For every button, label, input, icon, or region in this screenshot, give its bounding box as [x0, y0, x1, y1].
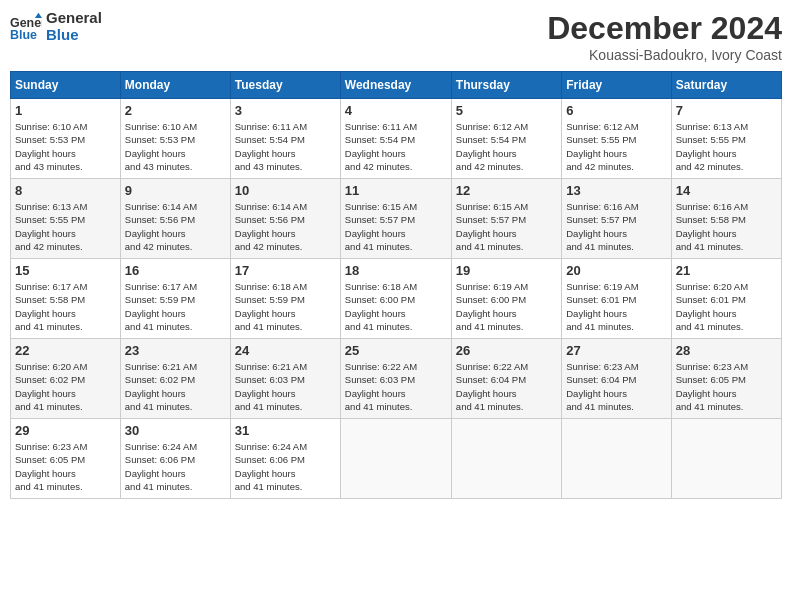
day-number: 28 [676, 343, 777, 358]
day-info: Sunrise: 6:17 AM Sunset: 5:59 PM Dayligh… [125, 280, 226, 333]
calendar-cell: 8 Sunrise: 6:13 AM Sunset: 5:55 PM Dayli… [11, 179, 121, 259]
day-info: Sunrise: 6:20 AM Sunset: 6:01 PM Dayligh… [676, 280, 777, 333]
logo: General Blue General Blue [10, 10, 102, 43]
day-number: 29 [15, 423, 116, 438]
day-info: Sunrise: 6:15 AM Sunset: 5:57 PM Dayligh… [345, 200, 447, 253]
day-number: 16 [125, 263, 226, 278]
calendar-cell: 18 Sunrise: 6:18 AM Sunset: 6:00 PM Dayl… [340, 259, 451, 339]
day-info: Sunrise: 6:20 AM Sunset: 6:02 PM Dayligh… [15, 360, 116, 413]
day-info: Sunrise: 6:11 AM Sunset: 5:54 PM Dayligh… [235, 120, 336, 173]
day-number: 6 [566, 103, 666, 118]
calendar-cell: 6 Sunrise: 6:12 AM Sunset: 5:55 PM Dayli… [562, 99, 671, 179]
column-header-sunday: Sunday [11, 72, 121, 99]
calendar-cell: 19 Sunrise: 6:19 AM Sunset: 6:00 PM Dayl… [451, 259, 561, 339]
day-number: 19 [456, 263, 557, 278]
calendar-cell: 31 Sunrise: 6:24 AM Sunset: 6:06 PM Dayl… [230, 419, 340, 499]
calendar-cell: 13 Sunrise: 6:16 AM Sunset: 5:57 PM Dayl… [562, 179, 671, 259]
day-number: 21 [676, 263, 777, 278]
svg-text:Blue: Blue [10, 28, 37, 42]
day-number: 1 [15, 103, 116, 118]
calendar-cell: 26 Sunrise: 6:22 AM Sunset: 6:04 PM Dayl… [451, 339, 561, 419]
day-info: Sunrise: 6:18 AM Sunset: 6:00 PM Dayligh… [345, 280, 447, 333]
week-row-1: 1 Sunrise: 6:10 AM Sunset: 5:53 PM Dayli… [11, 99, 782, 179]
calendar-cell: 2 Sunrise: 6:10 AM Sunset: 5:53 PM Dayli… [120, 99, 230, 179]
day-info: Sunrise: 6:16 AM Sunset: 5:58 PM Dayligh… [676, 200, 777, 253]
day-info: Sunrise: 6:17 AM Sunset: 5:58 PM Dayligh… [15, 280, 116, 333]
day-info: Sunrise: 6:19 AM Sunset: 6:00 PM Dayligh… [456, 280, 557, 333]
calendar-cell: 22 Sunrise: 6:20 AM Sunset: 6:02 PM Dayl… [11, 339, 121, 419]
day-info: Sunrise: 6:23 AM Sunset: 6:05 PM Dayligh… [676, 360, 777, 413]
day-info: Sunrise: 6:14 AM Sunset: 5:56 PM Dayligh… [235, 200, 336, 253]
column-header-saturday: Saturday [671, 72, 781, 99]
calendar-cell: 5 Sunrise: 6:12 AM Sunset: 5:54 PM Dayli… [451, 99, 561, 179]
day-number: 18 [345, 263, 447, 278]
day-number: 31 [235, 423, 336, 438]
day-number: 2 [125, 103, 226, 118]
calendar-cell: 29 Sunrise: 6:23 AM Sunset: 6:05 PM Dayl… [11, 419, 121, 499]
day-number: 5 [456, 103, 557, 118]
calendar-table: SundayMondayTuesdayWednesdayThursdayFrid… [10, 71, 782, 499]
day-number: 27 [566, 343, 666, 358]
day-number: 24 [235, 343, 336, 358]
day-info: Sunrise: 6:11 AM Sunset: 5:54 PM Dayligh… [345, 120, 447, 173]
day-number: 23 [125, 343, 226, 358]
calendar-cell: 17 Sunrise: 6:18 AM Sunset: 5:59 PM Dayl… [230, 259, 340, 339]
logo-line1: General [46, 10, 102, 27]
day-info: Sunrise: 6:18 AM Sunset: 5:59 PM Dayligh… [235, 280, 336, 333]
day-number: 20 [566, 263, 666, 278]
calendar-cell: 1 Sunrise: 6:10 AM Sunset: 5:53 PM Dayli… [11, 99, 121, 179]
day-number: 8 [15, 183, 116, 198]
day-info: Sunrise: 6:10 AM Sunset: 5:53 PM Dayligh… [125, 120, 226, 173]
calendar-cell [562, 419, 671, 499]
day-info: Sunrise: 6:21 AM Sunset: 6:03 PM Dayligh… [235, 360, 336, 413]
day-info: Sunrise: 6:22 AM Sunset: 6:04 PM Dayligh… [456, 360, 557, 413]
calendar-cell: 3 Sunrise: 6:11 AM Sunset: 5:54 PM Dayli… [230, 99, 340, 179]
day-info: Sunrise: 6:13 AM Sunset: 5:55 PM Dayligh… [676, 120, 777, 173]
day-number: 30 [125, 423, 226, 438]
calendar-cell [671, 419, 781, 499]
calendar-cell: 10 Sunrise: 6:14 AM Sunset: 5:56 PM Dayl… [230, 179, 340, 259]
calendar-cell: 21 Sunrise: 6:20 AM Sunset: 6:01 PM Dayl… [671, 259, 781, 339]
location: Kouassi-Badoukro, Ivory Coast [547, 47, 782, 63]
day-number: 4 [345, 103, 447, 118]
day-info: Sunrise: 6:24 AM Sunset: 6:06 PM Dayligh… [125, 440, 226, 493]
week-row-2: 8 Sunrise: 6:13 AM Sunset: 5:55 PM Dayli… [11, 179, 782, 259]
column-header-tuesday: Tuesday [230, 72, 340, 99]
day-info: Sunrise: 6:15 AM Sunset: 5:57 PM Dayligh… [456, 200, 557, 253]
column-header-thursday: Thursday [451, 72, 561, 99]
day-number: 15 [15, 263, 116, 278]
calendar-cell: 30 Sunrise: 6:24 AM Sunset: 6:06 PM Dayl… [120, 419, 230, 499]
day-number: 13 [566, 183, 666, 198]
day-info: Sunrise: 6:23 AM Sunset: 6:05 PM Dayligh… [15, 440, 116, 493]
calendar-cell: 28 Sunrise: 6:23 AM Sunset: 6:05 PM Dayl… [671, 339, 781, 419]
calendar-cell: 4 Sunrise: 6:11 AM Sunset: 5:54 PM Dayli… [340, 99, 451, 179]
day-info: Sunrise: 6:12 AM Sunset: 5:55 PM Dayligh… [566, 120, 666, 173]
month-title: December 2024 [547, 10, 782, 47]
day-info: Sunrise: 6:22 AM Sunset: 6:03 PM Dayligh… [345, 360, 447, 413]
day-number: 7 [676, 103, 777, 118]
logo-icon: General Blue [10, 11, 42, 43]
calendar-cell: 11 Sunrise: 6:15 AM Sunset: 5:57 PM Dayl… [340, 179, 451, 259]
day-info: Sunrise: 6:10 AM Sunset: 5:53 PM Dayligh… [15, 120, 116, 173]
column-header-monday: Monday [120, 72, 230, 99]
calendar-cell: 9 Sunrise: 6:14 AM Sunset: 5:56 PM Dayli… [120, 179, 230, 259]
day-info: Sunrise: 6:19 AM Sunset: 6:01 PM Dayligh… [566, 280, 666, 333]
day-number: 12 [456, 183, 557, 198]
day-number: 11 [345, 183, 447, 198]
calendar-cell: 14 Sunrise: 6:16 AM Sunset: 5:58 PM Dayl… [671, 179, 781, 259]
column-header-wednesday: Wednesday [340, 72, 451, 99]
calendar-header-row: SundayMondayTuesdayWednesdayThursdayFrid… [11, 72, 782, 99]
week-row-4: 22 Sunrise: 6:20 AM Sunset: 6:02 PM Dayl… [11, 339, 782, 419]
calendar-cell: 27 Sunrise: 6:23 AM Sunset: 6:04 PM Dayl… [562, 339, 671, 419]
day-number: 9 [125, 183, 226, 198]
day-info: Sunrise: 6:14 AM Sunset: 5:56 PM Dayligh… [125, 200, 226, 253]
week-row-3: 15 Sunrise: 6:17 AM Sunset: 5:58 PM Dayl… [11, 259, 782, 339]
calendar-cell [340, 419, 451, 499]
day-info: Sunrise: 6:23 AM Sunset: 6:04 PM Dayligh… [566, 360, 666, 413]
title-area: December 2024 Kouassi-Badoukro, Ivory Co… [547, 10, 782, 63]
calendar-cell: 12 Sunrise: 6:15 AM Sunset: 5:57 PM Dayl… [451, 179, 561, 259]
day-info: Sunrise: 6:13 AM Sunset: 5:55 PM Dayligh… [15, 200, 116, 253]
calendar-cell: 7 Sunrise: 6:13 AM Sunset: 5:55 PM Dayli… [671, 99, 781, 179]
day-info: Sunrise: 6:24 AM Sunset: 6:06 PM Dayligh… [235, 440, 336, 493]
day-info: Sunrise: 6:21 AM Sunset: 6:02 PM Dayligh… [125, 360, 226, 413]
